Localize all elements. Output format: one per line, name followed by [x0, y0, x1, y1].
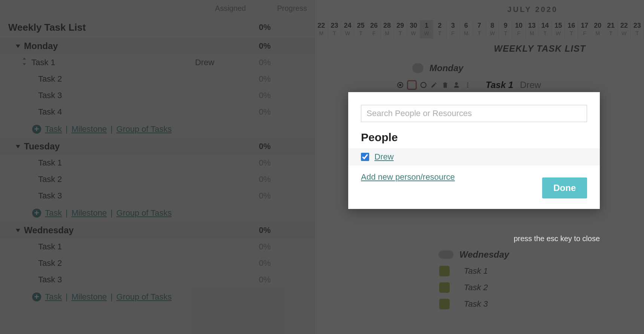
search-input[interactable] — [361, 105, 587, 122]
done-button[interactable]: Done — [542, 177, 587, 198]
people-heading: People — [361, 131, 587, 144]
esc-hint: press the esc key to close — [348, 234, 600, 243]
add-person-link[interactable]: Add new person/resource — [361, 172, 455, 182]
person-checkbox[interactable] — [361, 153, 369, 161]
person-name-link[interactable]: Drew — [374, 152, 394, 162]
assign-people-modal: People Drew Add new person/resource Done — [348, 92, 600, 209]
person-row[interactable]: Drew — [348, 148, 600, 166]
